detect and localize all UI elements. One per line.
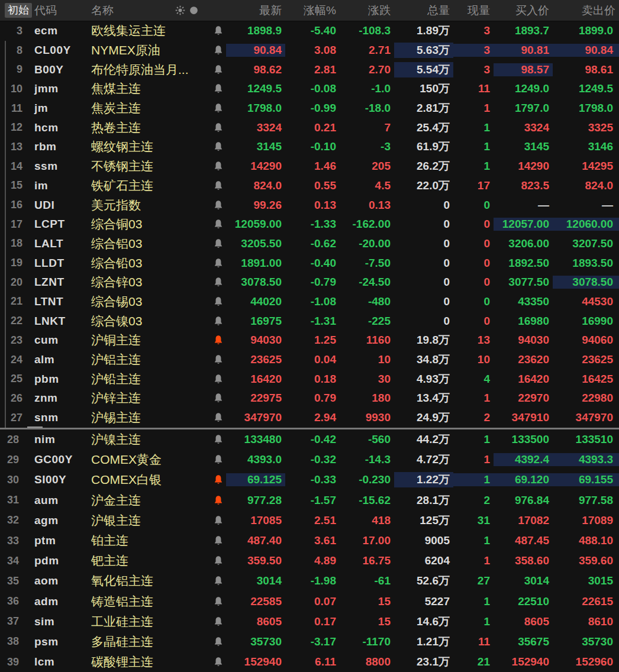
table-row[interactable]: 9 B00Y 布伦特原油当月... 98.62 2.81 2.70 5.54万 …	[0, 60, 619, 79]
ask-price: 94060	[553, 334, 619, 347]
table-row[interactable]: 8 CL00Y NYMEX原油 90.84 3.08 2.71 5.63万 3 …	[0, 41, 619, 60]
table-row[interactable]: 16 UDI 美元指数 99.26 0.13 0.13 0 0 — —	[0, 195, 619, 215]
table-row[interactable]: 27 snm 沪锡主连 347970 2.94 9930 24.9万 2 347…	[0, 408, 619, 428]
alert-bell-icon[interactable]	[211, 412, 226, 423]
table-row[interactable]: 25 pbm 沪铅主连 16420 0.18 30 4.93万 4 16420 …	[0, 369, 619, 389]
alert-bell-icon[interactable]	[211, 122, 226, 133]
table-row[interactable]: 23 cum 沪铜主连 94030 1.25 1160 19.8万 13 940…	[0, 331, 619, 350]
change-percent: 0.79	[285, 392, 340, 405]
column-header-buy[interactable]: 买入价	[494, 3, 553, 18]
alert-bell-icon[interactable]	[211, 103, 226, 114]
table-row[interactable]: 20 LZNT 综合锌03 3078.50 -0.79 -24.50 0 0 3…	[0, 273, 619, 292]
alert-bell-icon[interactable]	[211, 238, 226, 249]
alert-bell-icon[interactable]	[211, 535, 226, 546]
alert-bell-icon[interactable]	[211, 83, 226, 94]
alert-bell-icon[interactable]	[211, 258, 226, 269]
alert-bell-icon[interactable]	[211, 316, 226, 327]
table-row[interactable]: 17 LCPT 综合铜03 12059.00 -1.33 -162.00 0 0…	[0, 215, 619, 234]
alert-bell-icon[interactable]	[211, 335, 226, 345]
table-row[interactable]: 31 aum 沪金主连 977.28 -1.57 -15.62 28.1万 2 …	[0, 490, 619, 511]
ask-price: 23625	[553, 353, 619, 366]
alert-bell-icon[interactable]	[211, 161, 226, 172]
table-row[interactable]: 35 aom 氧化铝主连 3014 -1.98 -61 52.6万 27 301…	[0, 571, 619, 591]
instrument-code: LNKT	[26, 315, 88, 328]
table-row[interactable]: 38 psm 多晶硅主连 35730 -3.17 -1170 1.21万 11 …	[0, 632, 619, 652]
table-row[interactable]: 33 ptm 铂主连 487.40 3.61 17.00 9005 1 487.…	[0, 531, 619, 551]
alert-bell-icon[interactable]	[211, 393, 226, 403]
alert-bell-icon[interactable]	[211, 296, 226, 307]
instrument-code: znm	[26, 392, 88, 405]
table-row[interactable]: 18 LALT 综合铝03 3205.50 -0.62 -20.00 0 0 3…	[0, 234, 619, 254]
alert-bell-icon[interactable]	[211, 555, 226, 566]
alert-bell-icon[interactable]	[211, 141, 226, 152]
table-row[interactable]: 37 sim 工业硅主连 8605 0.17 15 14.6万 1 8605 8…	[0, 612, 619, 632]
total-volume: 150万	[394, 81, 453, 96]
column-header-last[interactable]: 最新	[226, 3, 285, 18]
table-row[interactable]: 29 GC00Y COMEX黄金 4393.0 -0.32 -14.3 4.72…	[0, 450, 619, 470]
row-number: 26	[0, 392, 26, 405]
change-percent: 1.25	[285, 334, 340, 347]
alert-bell-icon[interactable]	[211, 596, 226, 607]
instrument-code: aum	[26, 494, 88, 507]
alert-bell-icon[interactable]	[211, 637, 226, 647]
alert-bell-icon[interactable]	[211, 354, 226, 365]
row-number: 31	[0, 494, 26, 506]
table-row[interactable]: 30 SI00Y COMEX白银 69.125 -0.33 -0.230 1.2…	[0, 470, 619, 490]
sun-icon[interactable]	[175, 5, 185, 15]
instrument-name: 铸造铝主连	[88, 593, 211, 610]
alert-bell-icon[interactable]	[211, 495, 226, 506]
alert-bell-icon[interactable]	[211, 576, 226, 586]
column-header-name[interactable]: 名称	[88, 3, 211, 18]
alert-bell-icon[interactable]	[211, 200, 226, 211]
alert-bell-icon[interactable]	[211, 616, 226, 627]
table-row[interactable]: 13 rbm 螺纹钢主连 3145 -0.10 -3 61.9万 1 3145 …	[0, 137, 619, 157]
alert-bell-icon[interactable]	[211, 454, 226, 465]
instrument-name: 热卷主连	[88, 119, 211, 136]
bid-price: 3145	[494, 140, 553, 153]
column-header-cur[interactable]: 现量	[453, 3, 494, 18]
table-row[interactable]: 24 alm 沪铝主连 23625 0.04 10 34.8万 10 23620…	[0, 350, 619, 370]
table-row[interactable]: 11 jm 焦炭主连 1798.0 -0.99 -18.0 2.81万 1 17…	[0, 99, 619, 118]
change-percent: 2.81	[285, 63, 340, 76]
alert-bell-icon[interactable]	[211, 64, 226, 75]
table-row[interactable]: 22 LNKT 综合镍03 16975 -1.31 -225 0 0 16980…	[0, 311, 619, 331]
table-row[interactable]: 36 adm 铸造铝主连 22585 0.07 15 5227 1 22510 …	[0, 592, 619, 612]
table-row[interactable]: 3 ecm 欧线集运主连 1898.9 -5.40 -108.3 1.89万 3…	[0, 21, 619, 41]
change-percent: 2.94	[285, 411, 340, 424]
table-row[interactable]: 39 lcm 碳酸锂主连 152940 6.11 8800 23.1万 21 1…	[0, 652, 619, 672]
column-header-code[interactable]: 代码	[26, 3, 88, 18]
table-row[interactable]: 14 ssm 不锈钢主连 14290 1.46 205 26.2万 1 1429…	[0, 157, 619, 176]
alert-bell-icon[interactable]	[211, 515, 226, 526]
column-header-pct[interactable]: 涨幅%	[285, 3, 340, 18]
column-header-vol[interactable]: 总量	[394, 3, 453, 18]
alert-bell-icon[interactable]	[211, 219, 226, 230]
table-row[interactable]: 32 agm 沪银主连 17085 2.51 418 125万 31 17082…	[0, 511, 619, 531]
circle-icon[interactable]	[189, 5, 199, 15]
alert-bell-icon[interactable]	[211, 374, 226, 385]
table-row[interactable]: 15 im 铁矿石主连 824.0 0.55 4.5 22.0万 17 823.…	[0, 176, 619, 196]
table-row[interactable]: 21 LTNT 综合锡03 44020 -1.08 -480 0 0 43350…	[0, 292, 619, 312]
table-row[interactable]: 10 jmm 焦煤主连 1249.5 -0.08 -1.0 150万 11 12…	[0, 79, 619, 99]
change-percent: -0.10	[285, 140, 340, 153]
alert-bell-icon[interactable]	[211, 45, 226, 56]
column-header-sell[interactable]: 卖出价	[553, 3, 619, 18]
table-row[interactable]: 12 hcm 热卷主连 3324 0.21 7 25.4万 1 3324 332…	[0, 118, 619, 137]
instrument-name: 不锈钢主连	[88, 158, 211, 175]
alert-bell-icon[interactable]	[211, 277, 226, 287]
alert-bell-icon[interactable]	[211, 474, 226, 485]
alert-bell-icon[interactable]	[211, 657, 226, 667]
table-row[interactable]: 34 pdm 钯主连 359.50 4.89 16.75 6204 1 358.…	[0, 551, 619, 571]
ask-price: 824.0	[553, 179, 619, 192]
table-row[interactable]: 19 LLDT 综合铅03 1891.00 -0.40 -7.50 0 0 18…	[0, 253, 619, 273]
alert-bell-icon[interactable]	[211, 434, 226, 445]
table-row[interactable]: 28 nim 沪镍主连 133480 -0.42 -560 44.2万 1 13…	[0, 429, 619, 450]
column-header-initial[interactable]: 初始	[0, 3, 26, 18]
current-volume: 0	[453, 218, 494, 231]
column-header-chg[interactable]: 涨跌	[340, 3, 394, 18]
pane-scroll-indicator[interactable]	[5, 41, 6, 428]
table-row[interactable]: 26 znm 沪锌主连 22975 0.79 180 13.4万 1 22970…	[0, 389, 619, 408]
alert-bell-icon[interactable]	[211, 25, 226, 36]
last-price: 16975	[226, 315, 285, 328]
instrument-code: LZNT	[26, 276, 88, 289]
alert-bell-icon[interactable]	[211, 180, 226, 191]
